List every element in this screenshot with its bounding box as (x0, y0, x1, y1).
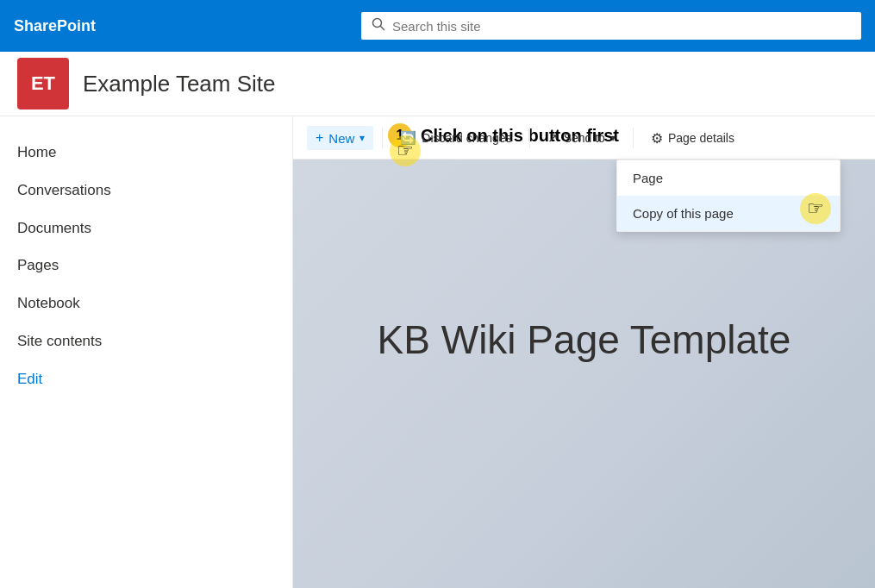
site-title: Example Team Site (83, 71, 276, 97)
cursor-on-new: ☞ (390, 135, 421, 166)
app-logo: SharePoint (14, 17, 96, 35)
site-header: ET Example Team Site (0, 52, 875, 116)
svg-line-1 (381, 27, 384, 30)
sidebar-item-conversations[interactable]: Conversations (0, 172, 292, 210)
new-dropdown-menu: Page Copy of this page ☞ (616, 160, 841, 232)
sidebar-item-site-contents[interactable]: Site contents (0, 322, 292, 360)
toolbar-separator-3 (633, 128, 634, 148)
content-area: 1 Click on this button first + New ▾ ☞ 🔄… (293, 116, 875, 588)
search-input[interactable] (392, 19, 851, 34)
send-to-label: Send to (564, 131, 605, 145)
sidebar-item-pages[interactable]: Pages (0, 247, 292, 285)
sidebar: Home Conversations Documents Pages Noteb… (0, 116, 293, 588)
discard-changes-label: Discard changes (422, 131, 511, 145)
gear-icon: ⚙ (651, 130, 663, 147)
sidebar-item-edit[interactable]: Edit (0, 360, 292, 398)
new-button[interactable]: + New ▾ (307, 126, 373, 150)
new-button-label: New (328, 131, 354, 146)
dropdown-item-page[interactable]: Page (617, 160, 840, 196)
main-layout: Home Conversations Documents Pages Noteb… (0, 116, 875, 588)
sidebar-item-home[interactable]: Home (0, 134, 292, 172)
cursor-on-copy: ☞ (800, 193, 831, 224)
site-logo: ET (17, 58, 69, 109)
send-to-button[interactable]: ↗ Send to ▾ (539, 126, 624, 150)
page-content-title: KB Wiki Page Template (378, 316, 791, 363)
send-to-chevron-icon: ▾ (610, 132, 616, 144)
plus-icon: + (316, 130, 323, 146)
send-to-icon: ↗ (547, 130, 559, 146)
search-box[interactable] (361, 12, 861, 40)
sidebar-item-documents[interactable]: Documents (0, 210, 292, 247)
top-nav-bar: SharePoint (0, 0, 875, 52)
toolbar-separator-1 (382, 128, 383, 148)
search-icon (372, 17, 385, 34)
page-details-label: Page details (668, 131, 734, 145)
sidebar-item-notebook[interactable]: Notebook (0, 285, 292, 322)
chevron-down-icon: ▾ (359, 132, 365, 144)
toolbar-separator-2 (529, 128, 530, 148)
page-details-button[interactable]: ⚙ Page details (642, 126, 743, 151)
